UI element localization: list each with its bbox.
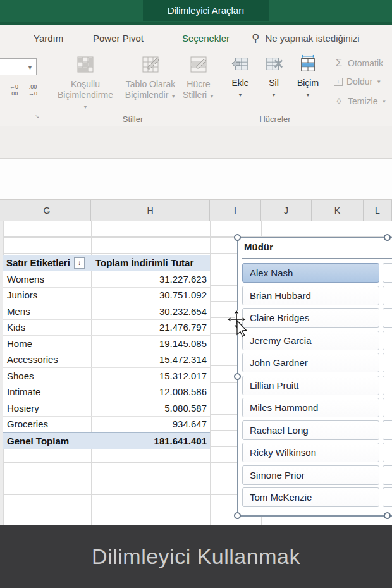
slicer-item-second-column-cut (383, 308, 392, 328)
group-divider (328, 54, 328, 121)
resize-handle-top-left[interactable] (234, 234, 241, 241)
slicer-item-second-column-cut (383, 353, 392, 372)
chevron-down-icon: ▼ (83, 104, 88, 110)
pivot-row-accessories[interactable]: Accessories15.472.314 (3, 352, 210, 369)
chevron-down-icon: ▼ (238, 92, 243, 98)
chevron-down-icon: ▼ (305, 92, 310, 98)
cell-styles-button[interactable]: Hücre Stilleri ▼ (168, 54, 229, 102)
group-divider (47, 54, 47, 121)
slicer-mudur[interactable]: Müdür Alex NashBrian HubbardClaire Bridg… (237, 237, 392, 517)
cells-group-label: Hücreler (243, 114, 307, 124)
slicer-item-second-column-cut (383, 398, 392, 417)
slicer-item-label: Lillian Pruitt (250, 380, 299, 391)
slicer-item-label: Ricky Wilkinson (250, 447, 316, 458)
column-header-H[interactable]: H (91, 200, 210, 221)
pivot-row-mens[interactable]: Mens30.232.654 (3, 303, 210, 320)
slicer-item-john-gardner[interactable]: John Gardner (242, 353, 379, 372)
resize-handle-bottom-left[interactable] (234, 512, 241, 519)
pivot-header-row: Satır Etiketleri ↓ Toplam İndirimli Tuta… (3, 255, 210, 271)
chevron-down-icon: ▼ (271, 92, 276, 98)
pivot-row-hosiery[interactable]: Hosiery5.080.587 (3, 400, 210, 417)
autosum-button[interactable]: Σ Otomatik (334, 57, 383, 70)
pivot-row-value: 30.232.654 (92, 306, 210, 317)
dialog-launcher-icon[interactable]: ↘ (32, 114, 39, 121)
decrease-decimal-button[interactable]: .00 →0 (24, 83, 42, 100)
pivot-row-labels-header[interactable]: Satır Etiketleri ↓ (3, 257, 91, 269)
pivot-value-header[interactable]: Toplam İndirimli Tutar (91, 257, 210, 268)
pivot-row-kids[interactable]: Kids21.476.797 (3, 320, 210, 336)
slicer-item-brian-hubbard[interactable]: Brian Hubbard (242, 286, 379, 305)
chevron-down-icon: ▼ (381, 99, 386, 104)
pivot-row-value: 31.227.623 (92, 274, 210, 285)
column-header-J[interactable]: J (261, 200, 312, 221)
pivot-row-home[interactable]: Home19.145.085 (3, 336, 210, 352)
slicer-item-second-column-cut (383, 443, 392, 462)
pivot-row-label: Hosiery (3, 403, 92, 413)
resize-handle-mid-left[interactable] (234, 373, 241, 380)
delete-cells-button[interactable]: Sil ▼ (259, 54, 289, 101)
resize-handle-bottom-right[interactable] (384, 512, 391, 519)
slicer-title-separator (242, 258, 392, 259)
slicer-item-tom-mckenzie[interactable]: Tom McKenzie (242, 487, 379, 507)
pivot-row-label: Groceries (3, 419, 92, 429)
slicer-item-second-column-cut (383, 331, 392, 350)
pivot-row-label: Home (3, 338, 92, 349)
slicer-item-jeremy-garcia[interactable]: Jeremy Garcia (242, 331, 379, 350)
conditional-formatting-button[interactable]: Koşullu Biçimlendirme ▼ (55, 54, 116, 113)
tab-power-pivot[interactable]: Power Pivot (93, 25, 144, 51)
slicer-tools-context-tab[interactable]: Dilimleyici Araçları (143, 0, 269, 21)
pivot-row-juniors[interactable]: Juniors30.751.092 (3, 288, 210, 304)
slicer-item-label: Claire Bridges (250, 312, 309, 323)
slicer-item-rachael-long[interactable]: Rachael Long (242, 420, 379, 440)
tab-yardim[interactable]: Yardım (34, 25, 63, 51)
cell-styles-icon (188, 54, 209, 77)
pivot-row-value: 19.145.085 (92, 338, 210, 349)
pivot-row-womens[interactable]: Womens31.227.623 (3, 271, 210, 288)
pivot-sort-filter-button[interactable]: ↓ (74, 257, 85, 269)
pivot-row-value: 5.080.587 (92, 403, 210, 413)
insert-cells-icon (231, 54, 250, 76)
slicer-item-ricky-wilkinson[interactable]: Ricky Wilkinson (242, 443, 379, 462)
insert-cells-button[interactable]: Ekle ▼ (225, 54, 255, 101)
pivot-row-label: Mens (3, 306, 92, 317)
pivot-row-label: Juniors (3, 290, 92, 300)
slicer-frame-bottom (237, 515, 392, 517)
column-header-G[interactable]: G (3, 200, 91, 221)
clear-button[interactable]: ◊ Temizle ▼ (334, 96, 386, 106)
slicer-item-miles-hammond[interactable]: Miles Hammond (242, 398, 379, 417)
column-header-I[interactable]: I (210, 200, 261, 221)
delete-cells-icon (264, 54, 283, 76)
pivot-row-label: Accessories (3, 354, 92, 365)
slicer-item-alex-nash[interactable]: Alex Nash (242, 263, 379, 283)
slicer-item-label: Rachael Long (250, 425, 309, 436)
column-header-L[interactable]: L (364, 200, 392, 221)
resize-handle-top-right[interactable] (384, 234, 391, 241)
sort-descending-icon: ↓ (78, 259, 81, 266)
slicer-item-label: Jeremy Garcia (250, 335, 312, 346)
pivot-row-label: Intimate (3, 386, 92, 397)
slicer-item-simone-prior[interactable]: Simone Prior (242, 465, 379, 485)
slicer-item-claire-bridges[interactable]: Claire Bridges (242, 308, 379, 328)
pivot-row-shoes[interactable]: Shoes15.312.017 (3, 368, 210, 384)
slicer-item-second-column-cut (383, 420, 392, 440)
increase-decimal-button[interactable]: ←0 .00 (5, 83, 23, 100)
pivot-grand-total-row[interactable]: Genel Toplam 181.641.401 (3, 432, 210, 449)
pivot-row-value: 12.008.586 (92, 386, 210, 397)
slicer-item-label: Tom McKenzie (250, 492, 312, 503)
tab-secenekler[interactable]: Seçenekler (182, 25, 230, 51)
formula-bar-area[interactable] (0, 126, 392, 159)
format-as-table-icon (140, 54, 161, 77)
slicer-item-label: Brian Hubbard (250, 290, 311, 301)
format-cells-button[interactable]: Biçim ▼ (292, 54, 324, 101)
number-format-combobox[interactable]: ▼ (0, 58, 37, 75)
pivot-row-groceries[interactable]: Groceries934.647 (3, 417, 210, 433)
fill-button[interactable]: ↓ Doldur ▼ (334, 77, 381, 87)
pivot-row-value: 15.472.314 (92, 354, 210, 365)
pivot-row-value: 15.312.017 (92, 371, 210, 381)
slicer-item-second-column-cut (383, 487, 392, 507)
pivot-row-intimate[interactable]: Intimate12.008.586 (3, 384, 210, 401)
slicer-item-lillian-pruitt[interactable]: Lillian Pruitt (242, 376, 379, 395)
tell-me-search[interactable]: ⚲ Ne yapmak istediğinizi (252, 25, 360, 51)
column-header-K[interactable]: K (312, 200, 364, 221)
pivot-row-value: 934.647 (92, 419, 210, 429)
